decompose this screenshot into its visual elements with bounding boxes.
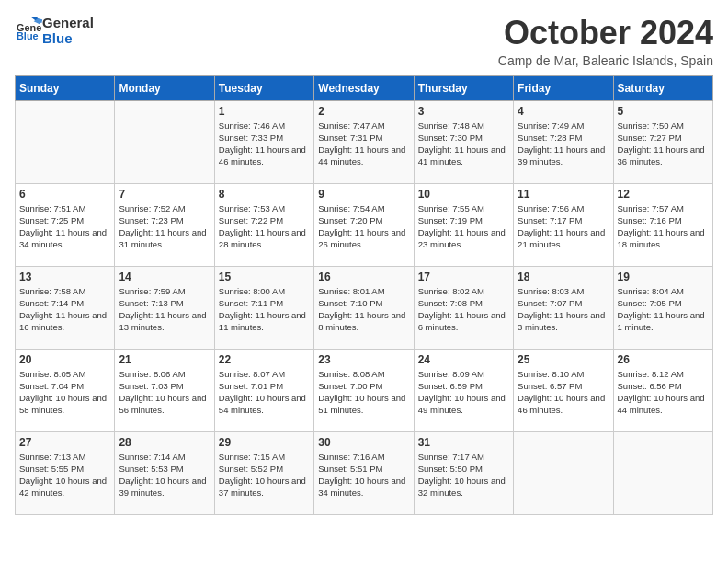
day-number: 29 bbox=[219, 436, 310, 449]
day-info: Sunrise: 8:08 AM Sunset: 7:00 PM Dayligh… bbox=[318, 368, 409, 417]
logo-bird-icon: General Blue bbox=[17, 16, 42, 41]
calendar-week-row: 1Sunrise: 7:46 AM Sunset: 7:33 PM Daylig… bbox=[16, 100, 713, 183]
weekday-header: Friday bbox=[514, 75, 613, 100]
day-number: 26 bbox=[618, 353, 709, 366]
day-number: 28 bbox=[119, 436, 210, 449]
day-info: Sunrise: 8:10 AM Sunset: 6:57 PM Dayligh… bbox=[518, 368, 609, 417]
day-info: Sunrise: 7:15 AM Sunset: 5:52 PM Dayligh… bbox=[219, 451, 310, 500]
calendar-cell: 24Sunrise: 8:09 AM Sunset: 6:59 PM Dayli… bbox=[414, 349, 513, 431]
day-info: Sunrise: 8:05 AM Sunset: 7:04 PM Dayligh… bbox=[19, 368, 110, 417]
day-number: 22 bbox=[219, 353, 310, 366]
day-number: 25 bbox=[518, 353, 609, 366]
day-info: Sunrise: 7:57 AM Sunset: 7:16 PM Dayligh… bbox=[618, 202, 709, 251]
calendar-cell: 27Sunrise: 7:13 AM Sunset: 5:55 PM Dayli… bbox=[16, 431, 115, 514]
day-number: 19 bbox=[618, 270, 709, 283]
calendar-cell bbox=[115, 100, 214, 183]
day-number: 31 bbox=[418, 436, 509, 449]
calendar-cell: 12Sunrise: 7:57 AM Sunset: 7:16 PM Dayli… bbox=[613, 183, 712, 266]
calendar-cell: 31Sunrise: 7:17 AM Sunset: 5:50 PM Dayli… bbox=[414, 431, 513, 514]
day-info: Sunrise: 7:50 AM Sunset: 7:27 PM Dayligh… bbox=[618, 120, 709, 168]
day-info: Sunrise: 8:02 AM Sunset: 7:08 PM Dayligh… bbox=[418, 285, 509, 334]
calendar-cell: 26Sunrise: 8:12 AM Sunset: 6:56 PM Dayli… bbox=[613, 349, 712, 431]
calendar-cell: 7Sunrise: 7:52 AM Sunset: 7:23 PM Daylig… bbox=[115, 183, 214, 266]
day-number: 11 bbox=[518, 188, 609, 201]
calendar-cell bbox=[16, 100, 115, 183]
day-number: 12 bbox=[618, 188, 709, 201]
weekday-header: Thursday bbox=[414, 75, 513, 100]
title-area: October 2024 Camp de Mar, Balearic Islan… bbox=[498, 15, 713, 68]
day-number: 2 bbox=[318, 105, 409, 118]
page-header: General Blue General Blue October 2024 C… bbox=[15, 15, 713, 68]
day-number: 30 bbox=[318, 436, 409, 449]
day-info: Sunrise: 7:49 AM Sunset: 7:28 PM Dayligh… bbox=[518, 120, 609, 168]
day-number: 18 bbox=[518, 270, 609, 283]
day-number: 21 bbox=[119, 353, 210, 366]
day-info: Sunrise: 8:12 AM Sunset: 6:56 PM Dayligh… bbox=[618, 368, 709, 417]
logo-general-text: General bbox=[42, 15, 94, 30]
calendar-cell: 28Sunrise: 7:14 AM Sunset: 5:53 PM Dayli… bbox=[115, 431, 214, 514]
day-number: 10 bbox=[418, 188, 509, 201]
calendar-cell: 15Sunrise: 8:00 AM Sunset: 7:11 PM Dayli… bbox=[214, 266, 313, 349]
weekday-header: Wednesday bbox=[314, 75, 414, 100]
day-info: Sunrise: 7:48 AM Sunset: 7:30 PM Dayligh… bbox=[418, 120, 509, 168]
logo-blue-text: Blue bbox=[42, 30, 94, 46]
day-number: 8 bbox=[219, 188, 310, 201]
day-number: 23 bbox=[318, 353, 409, 366]
calendar-cell: 9Sunrise: 7:54 AM Sunset: 7:20 PM Daylig… bbox=[314, 183, 414, 266]
day-info: Sunrise: 7:46 AM Sunset: 7:33 PM Dayligh… bbox=[219, 120, 310, 168]
day-number: 6 bbox=[19, 188, 110, 201]
day-number: 5 bbox=[618, 105, 709, 118]
calendar-week-row: 6Sunrise: 7:51 AM Sunset: 7:25 PM Daylig… bbox=[16, 183, 713, 266]
day-number: 20 bbox=[19, 353, 110, 366]
day-info: Sunrise: 7:16 AM Sunset: 5:51 PM Dayligh… bbox=[318, 451, 409, 500]
day-number: 27 bbox=[19, 436, 110, 449]
calendar-week-row: 27Sunrise: 7:13 AM Sunset: 5:55 PM Dayli… bbox=[16, 431, 713, 514]
calendar-cell: 8Sunrise: 7:53 AM Sunset: 7:22 PM Daylig… bbox=[214, 183, 313, 266]
day-info: Sunrise: 7:14 AM Sunset: 5:53 PM Dayligh… bbox=[119, 451, 210, 500]
calendar-cell: 5Sunrise: 7:50 AM Sunset: 7:27 PM Daylig… bbox=[613, 100, 712, 183]
calendar-cell: 18Sunrise: 8:03 AM Sunset: 7:07 PM Dayli… bbox=[514, 266, 613, 349]
day-info: Sunrise: 7:51 AM Sunset: 7:25 PM Dayligh… bbox=[19, 202, 110, 251]
day-info: Sunrise: 8:01 AM Sunset: 7:10 PM Dayligh… bbox=[318, 285, 409, 334]
day-info: Sunrise: 7:55 AM Sunset: 7:19 PM Dayligh… bbox=[418, 202, 509, 251]
weekday-header: Tuesday bbox=[214, 75, 313, 100]
day-info: Sunrise: 7:17 AM Sunset: 5:50 PM Dayligh… bbox=[418, 451, 509, 500]
calendar-cell: 1Sunrise: 7:46 AM Sunset: 7:33 PM Daylig… bbox=[214, 100, 313, 183]
day-number: 17 bbox=[418, 270, 509, 283]
calendar-cell: 17Sunrise: 8:02 AM Sunset: 7:08 PM Dayli… bbox=[414, 266, 513, 349]
calendar-cell: 16Sunrise: 8:01 AM Sunset: 7:10 PM Dayli… bbox=[314, 266, 414, 349]
calendar-cell: 14Sunrise: 7:59 AM Sunset: 7:13 PM Dayli… bbox=[115, 266, 214, 349]
calendar-cell: 23Sunrise: 8:08 AM Sunset: 7:00 PM Dayli… bbox=[314, 349, 414, 431]
day-number: 24 bbox=[418, 353, 509, 366]
calendar-cell bbox=[613, 431, 712, 514]
day-info: Sunrise: 8:03 AM Sunset: 7:07 PM Dayligh… bbox=[518, 285, 609, 334]
day-info: Sunrise: 7:59 AM Sunset: 7:13 PM Dayligh… bbox=[119, 285, 210, 334]
day-number: 3 bbox=[418, 105, 509, 118]
calendar-cell: 22Sunrise: 8:07 AM Sunset: 7:01 PM Dayli… bbox=[214, 349, 313, 431]
weekday-header: Sunday bbox=[16, 75, 115, 100]
day-info: Sunrise: 7:58 AM Sunset: 7:14 PM Dayligh… bbox=[19, 285, 110, 334]
day-info: Sunrise: 8:09 AM Sunset: 6:59 PM Dayligh… bbox=[418, 368, 509, 417]
day-number: 16 bbox=[318, 270, 409, 283]
day-info: Sunrise: 7:54 AM Sunset: 7:20 PM Dayligh… bbox=[318, 202, 409, 251]
day-info: Sunrise: 8:04 AM Sunset: 7:05 PM Dayligh… bbox=[618, 285, 709, 334]
calendar-cell: 2Sunrise: 7:47 AM Sunset: 7:31 PM Daylig… bbox=[314, 100, 414, 183]
calendar-cell: 20Sunrise: 8:05 AM Sunset: 7:04 PM Dayli… bbox=[16, 349, 115, 431]
day-info: Sunrise: 8:00 AM Sunset: 7:11 PM Dayligh… bbox=[219, 285, 310, 334]
logo: General Blue General Blue bbox=[15, 15, 94, 47]
calendar-cell: 30Sunrise: 7:16 AM Sunset: 5:51 PM Dayli… bbox=[314, 431, 414, 514]
day-number: 14 bbox=[119, 270, 210, 283]
day-info: Sunrise: 7:53 AM Sunset: 7:22 PM Dayligh… bbox=[219, 202, 310, 251]
month-title: October 2024 bbox=[498, 15, 713, 52]
calendar-cell: 29Sunrise: 7:15 AM Sunset: 5:52 PM Dayli… bbox=[214, 431, 313, 514]
day-number: 7 bbox=[119, 188, 210, 201]
calendar-cell: 3Sunrise: 7:48 AM Sunset: 7:30 PM Daylig… bbox=[414, 100, 513, 183]
calendar-cell: 4Sunrise: 7:49 AM Sunset: 7:28 PM Daylig… bbox=[514, 100, 613, 183]
day-number: 15 bbox=[219, 270, 310, 283]
calendar-cell: 19Sunrise: 8:04 AM Sunset: 7:05 PM Dayli… bbox=[613, 266, 712, 349]
calendar-cell: 21Sunrise: 8:06 AM Sunset: 7:03 PM Dayli… bbox=[115, 349, 214, 431]
location-text: Camp de Mar, Balearic Islands, Spain bbox=[498, 53, 713, 68]
calendar-cell: 13Sunrise: 7:58 AM Sunset: 7:14 PM Dayli… bbox=[16, 266, 115, 349]
weekday-header: Monday bbox=[115, 75, 214, 100]
day-info: Sunrise: 8:06 AM Sunset: 7:03 PM Dayligh… bbox=[119, 368, 210, 417]
